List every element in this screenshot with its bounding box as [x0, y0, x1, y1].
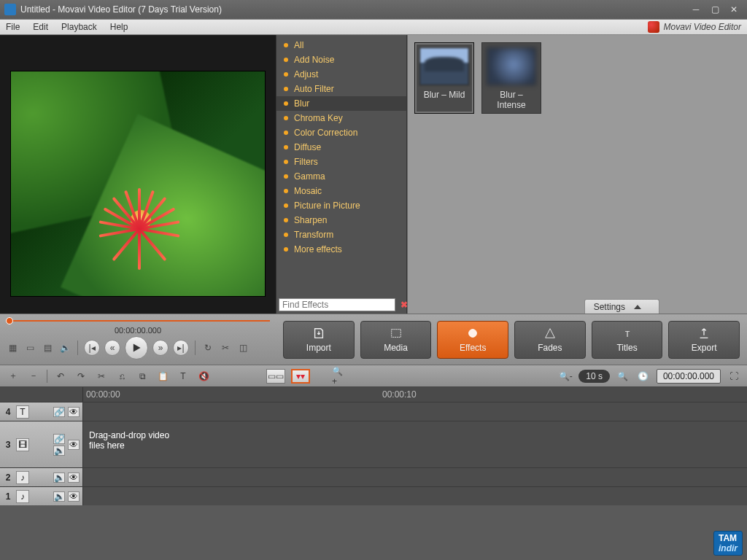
tab-fades[interactable]: Fades	[514, 321, 586, 359]
timeline-timebox[interactable]: 00:00:00.000	[657, 369, 721, 384]
play-button[interactable]	[125, 336, 148, 359]
bullet-icon	[284, 189, 288, 193]
paste-button[interactable]: 📋	[155, 369, 170, 384]
snapshot-icon[interactable]: ✂	[219, 341, 232, 354]
effect-category-item[interactable]: Mosaic	[276, 184, 406, 198]
visibility-icon[interactable]: 👁	[68, 440, 80, 450]
cut-button[interactable]: ✂	[94, 369, 109, 384]
rewind-button[interactable]: «	[104, 340, 120, 356]
go-start-button[interactable]: |◂	[84, 340, 100, 356]
video-track-icon[interactable]: 🎞	[16, 438, 29, 451]
mute-track-icon[interactable]: 🔈	[53, 491, 65, 502]
effect-category-item[interactable]: Transform	[276, 228, 406, 242]
crop-icon[interactable]: ◫	[236, 341, 249, 354]
effect-category-item[interactable]: Filters	[276, 155, 406, 169]
track-4-titles[interactable]: 4 T 🔗 👁	[0, 402, 747, 421]
link-icon[interactable]: 🔗	[53, 407, 65, 417]
effect-category-item[interactable]: Blur	[276, 96, 406, 111]
undo-button[interactable]: ↶	[53, 369, 68, 384]
minimize-button[interactable]: ─	[687, 4, 705, 15]
tab-media[interactable]: Media	[360, 321, 432, 359]
zoom-in-button[interactable]: 🔍+	[332, 369, 347, 384]
audio-track-icon[interactable]: ♪	[16, 490, 29, 503]
find-effects-input[interactable]	[279, 298, 395, 311]
add-button[interactable]: ＋	[6, 369, 20, 384]
track-1-audio[interactable]: 1 ♪ 🔈 👁	[0, 486, 747, 505]
effect-category-label: Gamma	[294, 171, 325, 182]
zoom-fit-button[interactable]: 🔍	[616, 369, 630, 384]
brand-icon	[648, 21, 659, 33]
visibility-icon[interactable]: 👁	[68, 491, 80, 502]
bullet-icon	[284, 203, 288, 208]
link-icon[interactable]: 🔗	[53, 434, 65, 444]
storyboard-view-button[interactable]: ▭▭	[266, 369, 285, 384]
go-end-button[interactable]: ▸|	[173, 340, 189, 356]
effects-list[interactable]: AllAdd NoiseAdjustAuto FilterBlurChroma …	[276, 35, 406, 296]
position-slider[interactable]	[6, 317, 270, 324]
effects-category-panel: AllAdd NoiseAdjustAuto FilterBlurChroma …	[276, 35, 407, 314]
effect-category-item[interactable]: Chroma Key	[276, 111, 406, 125]
effect-category-label: Add Noise	[294, 55, 334, 65]
effect-category-item[interactable]: Color Correction	[276, 125, 406, 140]
mute-track-icon[interactable]: 🔈	[53, 446, 65, 456]
timeline-ruler[interactable]: 00:00:00 00:00:10	[0, 387, 747, 402]
text-tool-button[interactable]: T	[176, 369, 190, 384]
zoom-fit-icon[interactable]: ▭	[23, 341, 36, 354]
effect-category-item[interactable]: Gamma	[276, 169, 406, 184]
effect-category-label: Blur	[294, 98, 309, 109]
close-button[interactable]: ✕	[725, 4, 743, 15]
clock-icon[interactable]: 🕒	[636, 369, 651, 384]
menu-playback[interactable]: Playback	[61, 22, 97, 32]
timeline-scale[interactable]: 10 s	[578, 370, 610, 383]
loop-icon[interactable]: ↻	[201, 341, 214, 354]
effect-category-item[interactable]: Diffuse	[276, 140, 406, 155]
effect-category-item[interactable]: Add Noise	[276, 52, 406, 67]
effect-thumb-blur-mild[interactable]: Blur – Mild	[414, 42, 474, 114]
track-2-audio[interactable]: 2 ♪ 🔈 👁	[0, 467, 747, 486]
visibility-icon[interactable]: 👁	[68, 472, 80, 483]
effect-category-item[interactable]: Adjust	[276, 67, 406, 82]
tab-label: Import	[306, 343, 331, 353]
film-icon[interactable]: ▤	[41, 341, 54, 354]
effect-category-item[interactable]: More effects	[276, 242, 406, 257]
menu-file[interactable]: File	[6, 22, 20, 32]
visibility-icon[interactable]: 👁	[68, 407, 80, 417]
effect-category-label: Mosaic	[294, 186, 322, 196]
effect-category-label: Auto Filter	[294, 84, 334, 94]
settings-expander[interactable]: Settings	[584, 299, 659, 314]
preview-image[interactable]	[10, 71, 266, 297]
effect-thumb-blur-intense[interactable]: Blur – Intense	[481, 42, 541, 114]
tab-export[interactable]: Export	[668, 321, 740, 359]
tab-titles[interactable]: T Titles	[592, 321, 663, 359]
tab-effects[interactable]: Effects	[437, 321, 508, 359]
view-mode-icon[interactable]: ▦	[6, 341, 19, 354]
audio-track-icon[interactable]: ♪	[16, 471, 29, 484]
menu-edit[interactable]: Edit	[33, 22, 48, 32]
tab-label: Export	[692, 343, 717, 353]
mute-button[interactable]: 🔇	[196, 369, 211, 384]
bullet-icon	[284, 116, 288, 120]
title-track-icon[interactable]: T	[16, 405, 29, 419]
volume-icon[interactable]: 🔈	[58, 341, 71, 354]
zoom-out-button[interactable]: 🔍-	[558, 369, 573, 384]
tab-import[interactable]: Import	[283, 321, 355, 359]
maximize-button[interactable]: ▢	[706, 4, 724, 15]
split-button[interactable]: ⎌	[115, 369, 129, 384]
redo-button[interactable]: ↷	[74, 369, 88, 384]
remove-button[interactable]: －	[26, 369, 41, 384]
effect-category-item[interactable]: All	[276, 38, 406, 52]
effect-category-label: Diffuse	[294, 142, 321, 152]
menu-help[interactable]: Help	[110, 22, 128, 32]
ruler-label: 00:00:10	[382, 389, 417, 400]
effect-category-item[interactable]: Auto Filter	[276, 82, 406, 96]
play-icon	[131, 343, 142, 353]
timeline-view-button[interactable]: ▾▾	[291, 369, 310, 384]
effect-category-item[interactable]: Picture in Picture	[276, 198, 406, 213]
mute-track-icon[interactable]: 🔈	[53, 472, 65, 483]
effect-category-item[interactable]: Sharpen	[276, 213, 406, 228]
copy-button[interactable]: ⧉	[135, 369, 150, 384]
forward-button[interactable]: »	[152, 340, 169, 356]
track-3-video[interactable]: 3 🎞 🔗 🔈 👁 Drag-and-drop video files here	[0, 421, 747, 467]
bullet-icon	[284, 160, 288, 164]
fullscreen-button[interactable]: ⛶	[727, 369, 741, 384]
